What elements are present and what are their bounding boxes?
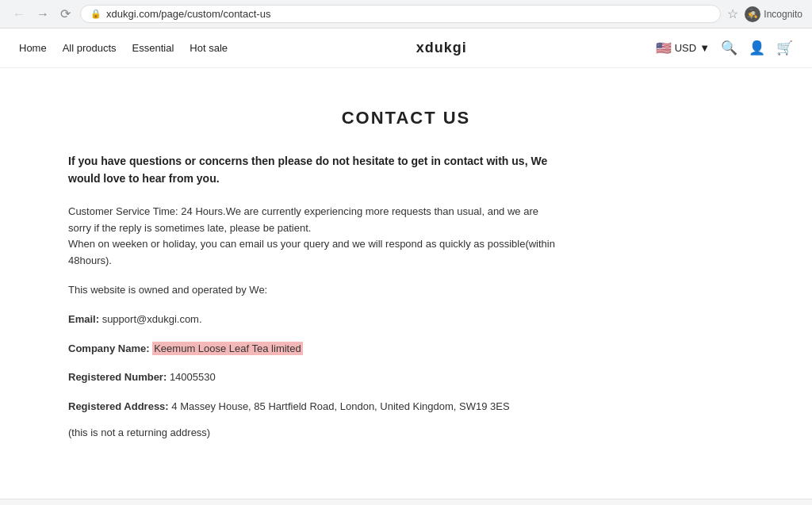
cart-icon[interactable]: 🛒 (776, 40, 793, 56)
reg-number-label: Registered Number: (68, 371, 167, 383)
reload-button[interactable]: ⟳ (57, 6, 74, 21)
nav-home[interactable]: Home (19, 42, 47, 54)
email-section: Email: support@xdukgi.com. (68, 312, 560, 328)
nav-all-products[interactable]: All products (63, 42, 117, 54)
email-label: Email: (68, 313, 99, 325)
browser-nav-buttons: ← → ⟳ (10, 6, 74, 21)
page-title: CONTACT US (68, 108, 744, 128)
reg-number-value: 14005530 (170, 371, 216, 383)
owned-by-section: This website is owned and operated by We… (68, 282, 560, 299)
incognito-icon: 🕵 (745, 6, 760, 22)
site-nav: Home All products Essential Hot sale xdu… (0, 29, 812, 68)
currency-label: USD (675, 42, 696, 54)
company-section: Company Name: Keemum Loose Leaf Tea limi… (68, 341, 560, 358)
reg-address-value: 4 Massey House, 85 Hartfield Road, Londo… (171, 400, 509, 412)
service-time-section: Customer Service Time: 24 Hours.We are c… (68, 204, 560, 270)
currency-selector[interactable]: 🇺🇸 USD ▼ (656, 40, 710, 55)
account-icon[interactable]: 👤 (749, 40, 765, 56)
search-icon[interactable]: 🔍 (721, 40, 737, 56)
nav-actions: 🇺🇸 USD ▼ 🔍 👤 🛒 (656, 40, 793, 56)
currency-chevron: ▼ (699, 42, 710, 54)
incognito-label: Incognito (764, 9, 802, 20)
intro-text: If you have questions or concerns then p… (68, 152, 560, 188)
company-label: Company Name: (68, 342, 150, 354)
email-value: support@xdukgi.com. (102, 313, 202, 325)
footer: Footer menu RETURN POLICYCONTACT USPRIVA… (0, 499, 812, 505)
forward-button[interactable]: → (33, 7, 52, 21)
not-returning-text: (this is not a returning address) (68, 427, 210, 438)
brand-logo[interactable]: xdukgi (416, 40, 467, 56)
lock-icon: 🔒 (90, 9, 102, 19)
nav-hot-sale[interactable]: Hot sale (190, 42, 228, 54)
incognito-indicator: 🕵 Incognito (745, 6, 802, 22)
company-value: Keemum Loose Leaf Tea limited (152, 342, 302, 355)
bookmark-icon[interactable]: ☆ (727, 6, 738, 21)
reg-address-section: Registered Address: 4 Massey House, 85 H… (68, 399, 560, 415)
main-content: CONTACT US If you have questions or conc… (49, 68, 763, 499)
url-text: xdukgi.com/page/custom/contact-us (106, 8, 270, 20)
owned-by-text: This website is owned and operated by We… (68, 284, 267, 296)
not-returning-section: (this is not a returning address) (68, 425, 560, 442)
reg-number-section: Registered Number: 14005530 (68, 369, 560, 386)
browser-chrome: ← → ⟳ 🔒 xdukgi.com/page/custom/contact-u… (0, 0, 812, 29)
flag-icon: 🇺🇸 (656, 40, 672, 55)
service-time-text: Customer Service Time: 24 Hours.We are c… (68, 205, 538, 234)
holiday-note-text: When on weeken or holiday, you can email… (68, 238, 555, 266)
address-bar[interactable]: 🔒 xdukgi.com/page/custom/contact-us (80, 5, 721, 23)
back-button[interactable]: ← (10, 7, 29, 21)
nav-essential[interactable]: Essential (132, 42, 174, 54)
nav-links: Home All products Essential Hot sale (19, 42, 228, 54)
reg-address-label: Registered Address: (68, 400, 169, 412)
